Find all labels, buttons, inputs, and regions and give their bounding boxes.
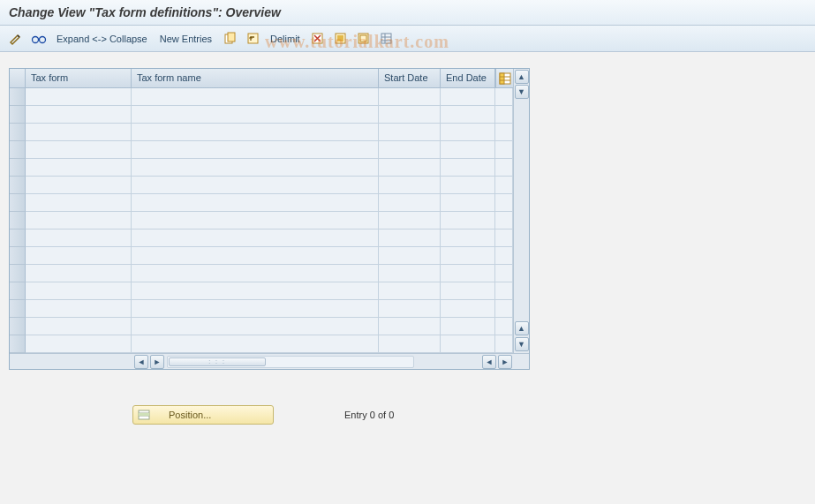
table-cell[interactable] xyxy=(441,318,495,335)
table-cell[interactable] xyxy=(379,159,441,177)
table-cell[interactable] xyxy=(441,106,495,124)
table-row[interactable] xyxy=(26,88,513,106)
table-cell[interactable] xyxy=(26,229,132,247)
hscroll-thumb[interactable]: : : : xyxy=(169,357,266,366)
table-cell[interactable] xyxy=(441,282,495,300)
toggle-edit-icon[interactable] xyxy=(7,30,25,48)
table-cell[interactable] xyxy=(379,177,441,194)
table-cell[interactable] xyxy=(26,212,132,229)
scroll-up-icon[interactable]: ▲ xyxy=(515,70,529,84)
table-cell[interactable] xyxy=(26,300,132,318)
table-cell[interactable] xyxy=(26,106,132,124)
table-row[interactable] xyxy=(26,194,513,212)
copy-icon[interactable] xyxy=(221,30,238,48)
table-cell[interactable] xyxy=(132,194,379,212)
table-cell[interactable] xyxy=(441,247,495,265)
delimit-button[interactable]: Delimit xyxy=(267,34,304,44)
table-cell[interactable] xyxy=(132,212,379,229)
vertical-scrollbar[interactable]: ▲ ▼ ▲ ▼ xyxy=(513,69,529,353)
table-cell[interactable] xyxy=(379,265,441,282)
row-selector[interactable] xyxy=(10,300,26,318)
table-cell[interactable] xyxy=(379,194,441,212)
table-cell[interactable] xyxy=(441,124,495,141)
table-cell[interactable] xyxy=(379,141,441,159)
col-header-tax-form[interactable]: Tax form xyxy=(26,69,132,88)
table-row[interactable] xyxy=(26,300,513,318)
table-row[interactable] xyxy=(26,141,513,159)
table-cell[interactable] xyxy=(441,335,495,353)
glasses-icon[interactable] xyxy=(30,30,48,48)
table-row[interactable] xyxy=(26,282,513,300)
table-cell[interactable] xyxy=(26,282,132,300)
row-selector[interactable] xyxy=(10,282,26,300)
row-selector[interactable] xyxy=(10,229,26,247)
scroll-right-icon[interactable]: ► xyxy=(498,355,512,369)
table-cell[interactable] xyxy=(26,335,132,353)
table-cell[interactable] xyxy=(379,212,441,229)
table-row[interactable] xyxy=(26,124,513,141)
table-cell[interactable] xyxy=(132,300,379,318)
row-selector[interactable] xyxy=(10,177,26,194)
position-button[interactable]: Position... xyxy=(132,405,274,425)
config-table-icon[interactable] xyxy=(378,30,396,48)
table-cell[interactable] xyxy=(132,282,379,300)
table-cell[interactable] xyxy=(132,177,379,194)
table-cell[interactable] xyxy=(379,124,441,141)
table-cell[interactable] xyxy=(441,194,495,212)
table-cell[interactable] xyxy=(26,247,132,265)
table-cell[interactable] xyxy=(379,282,441,300)
table-row[interactable] xyxy=(26,212,513,229)
table-row[interactable] xyxy=(26,106,513,124)
table-cell[interactable] xyxy=(441,177,495,194)
table-cell[interactable] xyxy=(132,124,379,141)
col-header-tax-form-name[interactable]: Tax form name xyxy=(132,69,379,88)
delete-icon[interactable] xyxy=(309,30,327,48)
table-cell[interactable] xyxy=(441,159,495,177)
table-cell[interactable] xyxy=(379,88,441,106)
table-cell[interactable] xyxy=(132,265,379,282)
table-cell[interactable] xyxy=(132,335,379,353)
row-selector-header[interactable] xyxy=(10,69,26,88)
table-cell[interactable] xyxy=(132,141,379,159)
table-cell[interactable] xyxy=(379,335,441,353)
row-selector[interactable] xyxy=(10,335,26,353)
table-cell[interactable] xyxy=(441,212,495,229)
table-row[interactable] xyxy=(26,229,513,247)
undo-change-icon[interactable] xyxy=(244,30,261,48)
table-cell[interactable] xyxy=(26,88,132,106)
scroll-right-step-icon[interactable]: ► xyxy=(150,355,164,369)
table-settings-icon[interactable] xyxy=(495,69,513,88)
row-selector[interactable] xyxy=(10,106,26,124)
row-selector[interactable] xyxy=(10,247,26,265)
table-cell[interactable] xyxy=(26,159,132,177)
row-selector[interactable] xyxy=(10,159,26,177)
row-selector[interactable] xyxy=(10,141,26,159)
table-cell[interactable] xyxy=(379,300,441,318)
new-entries-button[interactable]: New Entries xyxy=(156,34,215,44)
table-cell[interactable] xyxy=(379,229,441,247)
select-all-icon[interactable] xyxy=(332,30,350,48)
table-row[interactable] xyxy=(26,318,513,335)
hscroll-track[interactable]: : : : xyxy=(167,356,414,368)
col-header-start-date[interactable]: Start Date xyxy=(379,69,441,88)
row-selector[interactable] xyxy=(10,212,26,229)
table-row[interactable] xyxy=(26,159,513,177)
row-selector[interactable] xyxy=(10,318,26,335)
table-cell[interactable] xyxy=(132,88,379,106)
table-cell[interactable] xyxy=(441,229,495,247)
expand-collapse-button[interactable]: Expand <-> Collapse xyxy=(53,34,151,44)
table-cell[interactable] xyxy=(26,141,132,159)
table-cell[interactable] xyxy=(132,229,379,247)
table-cell[interactable] xyxy=(441,265,495,282)
table-cell[interactable] xyxy=(441,88,495,106)
table-cell[interactable] xyxy=(26,177,132,194)
table-row[interactable] xyxy=(26,247,513,265)
table-cell[interactable] xyxy=(26,318,132,335)
table-cell[interactable] xyxy=(132,159,379,177)
table-cell[interactable] xyxy=(441,141,495,159)
scroll-down-step-icon[interactable]: ▼ xyxy=(515,85,529,99)
deselect-all-icon[interactable] xyxy=(355,30,373,48)
scroll-down-icon[interactable]: ▼ xyxy=(515,337,529,351)
row-selector[interactable] xyxy=(10,124,26,141)
table-cell[interactable] xyxy=(441,300,495,318)
